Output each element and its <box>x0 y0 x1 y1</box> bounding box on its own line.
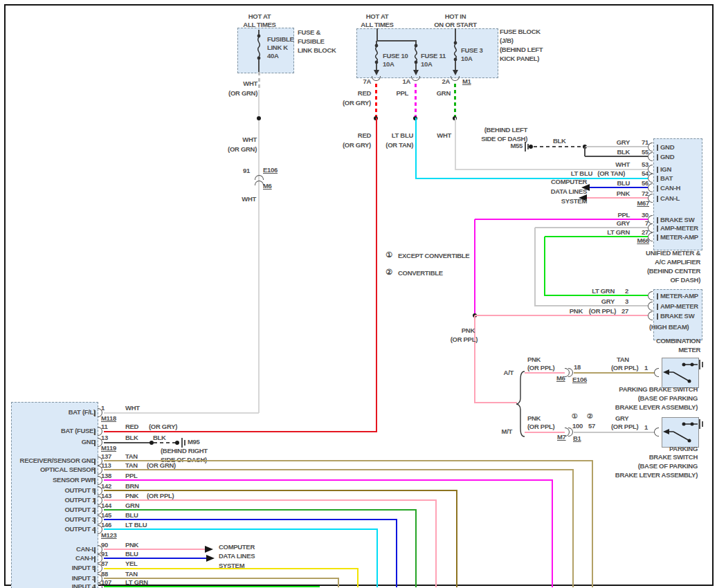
wire-red-dashed <box>375 84 377 118</box>
block-caption: LINK BLOCK <box>298 47 336 54</box>
ground-ref: M55 <box>510 143 523 149</box>
pin-bracket-icon <box>648 232 653 241</box>
pin-bracket-icon <box>648 223 653 232</box>
wire-color-label: (OR PPL) <box>527 423 554 430</box>
wire-color-label: TAN <box>617 356 629 363</box>
connector-ref: M7 <box>557 434 566 441</box>
wire-color-label: LT GRN <box>125 579 148 586</box>
block-caption: FUSE & <box>298 29 320 36</box>
fusible-link-label: FUSIBLE <box>267 36 294 43</box>
pin-stub-icon <box>657 176 658 182</box>
pin-bracket-icon <box>648 143 653 151</box>
wire-color-label: GRN <box>437 90 451 97</box>
connector-pin-number: 143 <box>101 493 111 499</box>
wire-color-label: (OR GRY) <box>343 100 371 107</box>
switch-icon <box>662 417 698 446</box>
wire-blk <box>584 147 586 156</box>
fuse-icon <box>451 40 460 62</box>
component-caption: (BEHIND CENTER <box>647 268 700 275</box>
fuse-rating: 10A <box>461 55 473 62</box>
pin-bracket-icon <box>648 152 653 161</box>
connector-pin-number: 18 <box>574 364 581 371</box>
pin-bracket-icon <box>648 174 653 183</box>
transmission-label: M/T <box>502 428 512 435</box>
wire-pnk <box>435 499 437 587</box>
connector-ref: E106 <box>572 376 587 383</box>
wire-gry <box>534 228 536 306</box>
unified-meter-pin-label: CAN-H <box>660 185 680 192</box>
wire-color-label: PNK <box>527 415 541 422</box>
wire-color-label: WHT <box>242 196 256 203</box>
pin-stub-icon <box>657 185 658 192</box>
connector-pin-number: 27 <box>621 308 628 315</box>
wire-color-label: BLK <box>553 138 566 145</box>
wire-color-label: (OR GRN) <box>228 146 257 153</box>
pin-stub-icon <box>657 145 658 151</box>
wire-color-label: TAN <box>125 453 138 460</box>
component-caption: (BASE OF PARKING <box>638 395 698 402</box>
pin-stub-icon <box>657 293 658 300</box>
location-caption: (BEHIND LEFT <box>484 127 527 134</box>
wiring-diagram: HOT AT ALL TIMES FUSIBLE LINK K 40A FUSE… <box>0 0 717 588</box>
wire-color-label: BLU <box>617 180 630 187</box>
brace-icon <box>516 371 525 437</box>
connector-ref: M123 <box>101 532 117 539</box>
connector-pin-number: 71 <box>642 139 648 146</box>
pin-bracket-icon <box>648 183 653 192</box>
wire-color-label: GRY <box>601 298 615 305</box>
connector-ref: M67 <box>637 200 649 207</box>
block-caption: (J/B) <box>500 37 514 44</box>
pin-stub-icon <box>94 585 96 588</box>
connector-pin-number: 11 <box>101 423 107 430</box>
connector-pin-number: 146 <box>101 522 111 529</box>
wire-ltblu <box>415 178 648 179</box>
connector-pin-number: 72 <box>642 190 648 197</box>
connector-pin-number: 145 <box>101 512 111 519</box>
component-caption: BRAKE LEVER ASSEMBLY) <box>615 472 698 479</box>
wire-color-label: PPL <box>396 90 408 97</box>
component-caption: BRAKE LEVER ASSEMBLY) <box>615 404 698 411</box>
left-connector-pin-label: OUTPUT 2 <box>64 506 96 513</box>
wire-color-label: PNK <box>125 542 138 549</box>
pin-stub-icon <box>657 154 658 160</box>
wire-blu <box>396 519 397 587</box>
connector-pin-number: 144 <box>101 502 111 509</box>
wire-color-label: GRY <box>615 415 628 422</box>
wire-pnk <box>475 315 648 316</box>
pin-stub-icon <box>94 440 96 446</box>
wire-color-label: PNK <box>617 190 630 197</box>
wire-pnk <box>474 402 517 403</box>
connector-pin-number: 137 <box>101 453 111 460</box>
pin-bracket-icon <box>648 291 653 300</box>
left-connector-pin-label: INPUT 3 <box>72 575 96 582</box>
pin-stub-icon <box>94 478 96 484</box>
connector-pin-number: 100 <box>572 423 583 430</box>
combination-meter-pin-label: METER-AMP <box>660 293 698 300</box>
connector-ref: M118 <box>101 415 116 422</box>
note-symbol: ② <box>587 413 593 420</box>
wire-color-label: GRY <box>617 220 630 227</box>
wire-color-label: GRY <box>617 139 630 146</box>
connector-pin-number: 57 <box>588 423 595 430</box>
combination-meter-pin-label: AMP-METER <box>660 303 698 310</box>
pin-stub-icon <box>94 429 96 435</box>
component-caption: (BASE OF PARKING <box>638 463 698 470</box>
connector-pin-number: 2 <box>625 288 628 295</box>
junction-dot <box>529 145 533 149</box>
pin-bracket-icon <box>654 368 659 377</box>
power-label: ON OR START <box>434 21 476 28</box>
connector-pin-number: 91 <box>243 167 250 174</box>
connector-ref: E106 <box>263 167 278 174</box>
left-connector-pin-label: OUTPUT 3 <box>64 516 96 523</box>
wire-color-label: RED <box>358 90 371 97</box>
pin-stub-icon <box>657 167 658 173</box>
wire-color-label: (OR TAN) <box>597 170 625 177</box>
left-connector-pin-label: BAT (FUSE) <box>61 428 96 434</box>
wire-brn <box>104 490 457 491</box>
block-caption: (BEHIND LEFT <box>500 46 543 53</box>
component-caption: METER <box>678 347 700 353</box>
connector-pin-number: 91 <box>101 551 108 558</box>
wire-pnk <box>525 372 565 374</box>
pin-stub-icon <box>94 576 96 582</box>
wire-gry <box>534 305 648 306</box>
